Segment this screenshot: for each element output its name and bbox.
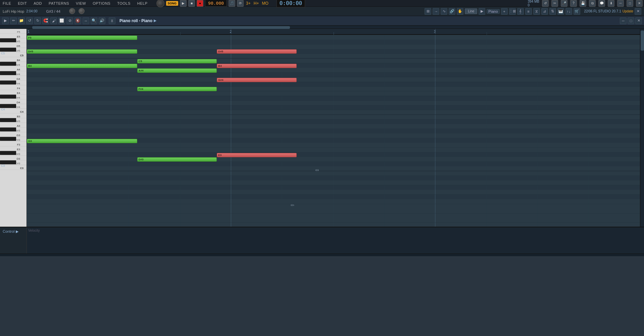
shop-icon[interactable]: 🛒 <box>574 8 580 15</box>
menu-item-add[interactable]: ADD <box>32 1 43 6</box>
svg-text:G3: G3 <box>16 134 20 137</box>
menu-item-help[interactable]: HELP <box>136 1 149 6</box>
header2: LoFi Hip Hop 2:04:00 G#3 / 44 ⊞ → ∿ 🔗 ✋ … <box>0 7 644 16</box>
pr-pencil-icon[interactable]: ✏ <box>10 17 17 24</box>
svg-rect-45 <box>0 118 16 122</box>
note-d5-sharp-green[interactable]: D#5 <box>27 49 137 54</box>
pan-knob[interactable] <box>79 8 85 15</box>
pr-speaker-icon[interactable]: 🔊 <box>99 17 105 24</box>
menu-item-tools[interactable]: TOOLS <box>116 1 132 6</box>
clone-icon[interactable]: ⧉ <box>589 0 596 7</box>
chord-icon[interactable]: 𝄞 <box>517 8 524 15</box>
piano-keyboard[interactable]: /* JS-generated keys would go here in a … <box>0 29 27 227</box>
snap-icon[interactable]: ⊞ <box>425 8 431 15</box>
strum-icon[interactable]: ≡ <box>525 8 532 15</box>
filter-icon[interactable]: ⊿ <box>541 8 548 15</box>
mode-arrow-icon[interactable]: ▶ <box>479 8 485 15</box>
note-f-sharp-4[interactable]: F#4 <box>137 87 217 91</box>
note-b4-green[interactable]: B4 <box>27 64 137 68</box>
arrow-right-icon[interactable]: → <box>433 8 439 15</box>
pr-play-icon[interactable]: ▶ <box>2 17 9 24</box>
svg-text:F#4: F#4 <box>15 82 20 85</box>
arp-icon[interactable]: ⋮⊞ <box>509 8 516 15</box>
song-mode-button[interactable]: SONG <box>166 1 179 6</box>
record-button[interactable]: ● <box>197 0 203 7</box>
master-volume-knob[interactable] <box>156 0 164 7</box>
note-d5-sharp-red[interactable]: D#5 <box>217 49 297 54</box>
pr-title-arrow[interactable]: ▶ <box>154 18 156 23</box>
metronome-icon[interactable]: 🎵 <box>229 0 235 7</box>
flip-icon[interactable]: ⇅ <box>549 8 556 15</box>
pr-magnet-icon[interactable]: 🧲 <box>42 17 49 24</box>
minimize-icon[interactable]: ─ <box>617 0 624 7</box>
menu-item-view[interactable]: VIEW <box>75 1 87 6</box>
pr-brush-icon[interactable]: 🖌 <box>50 17 57 24</box>
beat-1: 1 <box>28 30 30 34</box>
scale-icon[interactable]: ↑↓ <box>565 8 572 15</box>
pr-mute-icon[interactable]: 🔇 <box>75 17 81 24</box>
velocity-area: Velocity <box>27 227 644 254</box>
curve-icon[interactable]: ∿ <box>441 8 447 15</box>
project-time: 2:04:00 <box>26 9 37 13</box>
note-grid[interactable]: F5 D#5 D#5 C5 B4 B4 <box>27 35 640 227</box>
pianoroll-toolbar: ▶ ✏ 📁 ↺ ↻ 🧲 🖌 ⬜ ⊘ 🔇 ↔ 🔍 🔊 ⧖ Piano roll -… <box>0 16 644 25</box>
stamp-icon[interactable]: ✋ <box>457 8 463 15</box>
mic-icon[interactable]: 🎤 <box>561 0 567 7</box>
close-pianoroll-icon[interactable]: ✕ <box>635 8 641 15</box>
menu-item-options[interactable]: OPTIONS <box>91 1 112 6</box>
pr-arrows-icon[interactable]: ↔ <box>83 17 89 24</box>
horizontal-scrollbar[interactable] <box>0 25 644 29</box>
svg-text:E4: E4 <box>17 92 20 95</box>
svg-text:F3: F3 <box>17 143 20 146</box>
svg-text:B3: B3 <box>17 115 20 118</box>
note-c5[interactable]: C5 <box>137 59 217 63</box>
control-panel[interactable]: Control ▶ <box>0 227 27 254</box>
note-d-sharp-3[interactable]: D#3 <box>137 157 217 162</box>
download-icon[interactable]: ⬇ <box>608 0 614 7</box>
quantize-icon[interactable]: ⧖ <box>533 8 540 15</box>
add-instrument-icon[interactable]: + <box>501 8 508 15</box>
pr-minimize-icon[interactable]: ─ <box>620 17 627 24</box>
pr-select-icon[interactable]: ⬜ <box>58 17 65 24</box>
note-g3[interactable]: G3 <box>27 139 137 143</box>
stop-button[interactable]: ■ <box>188 0 195 7</box>
pr-folder-icon[interactable]: 📁 <box>18 17 25 24</box>
refresh-icon[interactable]: ↺ <box>542 0 549 7</box>
close-icon[interactable]: ✕ <box>636 0 643 7</box>
menu-item-patterns[interactable]: PATTERNS <box>47 1 70 6</box>
fl-update[interactable]: Update <box>623 9 633 13</box>
bpm-display[interactable]: 90.000 <box>205 0 227 7</box>
play-button[interactable]: ▶ <box>180 0 187 7</box>
c5-label: C5 <box>0 52 5 55</box>
cut-icon[interactable]: ✂ <box>551 0 558 7</box>
channel-label: H+ <box>253 1 260 6</box>
menu-item-file[interactable]: FILE <box>1 1 12 6</box>
chat-icon[interactable]: 💬 <box>598 0 605 7</box>
help-icon[interactable]: ? <box>570 0 577 7</box>
vertical-scrollbar[interactable] <box>640 29 644 227</box>
control-chevron[interactable]: ▶ <box>16 229 18 234</box>
pitch-knob[interactable] <box>69 8 75 15</box>
note-e3-red[interactable]: E3 <box>217 153 297 157</box>
line-mode-selector[interactable]: Line <box>465 8 477 14</box>
key-icon[interactable]: 🎹 <box>557 8 564 15</box>
maximize-icon[interactable]: □ <box>627 0 633 7</box>
note-b4-red[interactable]: B4 <box>217 64 297 68</box>
pr-maximize-icon[interactable]: □ <box>628 17 634 24</box>
link-icon[interactable]: 🔗 <box>449 8 455 15</box>
loop-icon[interactable]: ⟳ <box>237 0 244 7</box>
svg-text:F5: F5 <box>17 31 20 34</box>
pr-zoom-icon[interactable]: 🔍 <box>91 17 97 24</box>
top-right-info: 394 MB 0 ↺ ✂ 🎤 ? 💾 ⧉ 💬 ⬇ ─ □ ✕ <box>528 0 643 7</box>
note-a-sharp-4[interactable]: A#4 <box>137 68 217 73</box>
note-f5[interactable]: F5 <box>27 36 137 40</box>
menu-item-edit[interactable]: EDIT <box>16 1 28 6</box>
pr-undo-redo-icon[interactable]: ↺ <box>26 17 33 24</box>
pr-redo-icon[interactable]: ↻ <box>34 17 41 24</box>
grid-area[interactable]: 1 2 3 <box>27 29 640 227</box>
note-g-sharp-4-red[interactable]: G#4 <box>217 78 297 82</box>
pr-marker-icon[interactable]: ⧖ <box>109 17 115 24</box>
save-icon[interactable]: 💾 <box>580 0 586 7</box>
pr-close-icon[interactable]: ✕ <box>635 17 642 24</box>
pr-erase-icon[interactable]: ⊘ <box>66 17 73 24</box>
